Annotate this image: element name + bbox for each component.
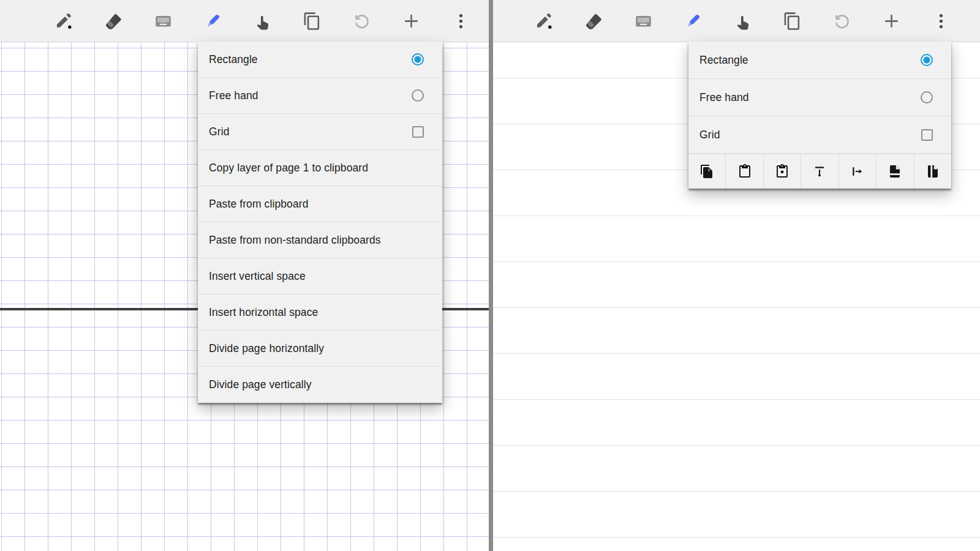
divide-page-vertically-icon[interactable]	[914, 154, 951, 189]
menu-item-label: Free hand	[699, 91, 921, 104]
menu-item-insert-horizontal-space[interactable]: Insert horizontal space	[198, 294, 442, 331]
checkbox-grid[interactable]	[921, 129, 933, 141]
pen-tool-icon[interactable]	[53, 10, 75, 32]
menu-item-free-hand[interactable]: Free hand	[198, 78, 442, 114]
insert-horizontal-space-icon[interactable]	[839, 154, 876, 189]
add-page-icon[interactable]	[881, 10, 903, 32]
menu-item-label: Rectangle	[209, 53, 412, 66]
pen-options-menu: Rectangle Free hand Grid Copy layer of p…	[198, 42, 442, 403]
menu-icon-action-row	[688, 154, 951, 189]
divide-page-horizontally-icon[interactable]	[876, 154, 913, 189]
menu-item-insert-vertical-space[interactable]: Insert vertical space	[198, 258, 442, 294]
hand-tool-icon[interactable]	[732, 10, 754, 32]
menu-item-label: Paste from clipboard	[209, 198, 431, 211]
screenshot-divider	[489, 0, 493, 551]
menu-item-rectangle[interactable]: Rectangle	[688, 42, 951, 79]
keyboard-tool-icon[interactable]	[152, 10, 174, 32]
toolbar	[493, 0, 980, 42]
insert-vertical-space-icon[interactable]	[801, 154, 838, 189]
menu-item-label: Paste from non-standard clipboards	[209, 234, 431, 247]
left-screenshot-pane: Rectangle Free hand Grid Copy layer of p…	[0, 0, 489, 551]
menu-item-label: Grid	[209, 126, 412, 138]
menu-item-label: Grid	[699, 129, 921, 141]
pages-tool-icon[interactable]	[301, 10, 323, 32]
pen-options-menu-compact: Rectangle Free hand Grid	[688, 42, 951, 189]
menu-item-label: Rectangle	[699, 54, 921, 67]
app-comparison-screenshot: Rectangle Free hand Grid Copy layer of p…	[0, 0, 980, 551]
undo-icon[interactable]	[831, 10, 853, 32]
checkbox-grid[interactable]	[412, 126, 424, 138]
eraser-tool-icon[interactable]	[102, 10, 124, 32]
menu-item-label: Insert vertical space	[209, 270, 431, 283]
marker-tool-icon[interactable]	[682, 10, 704, 32]
radio-free-hand[interactable]	[921, 91, 933, 103]
menu-item-paste[interactable]: Paste from clipboard	[198, 186, 442, 222]
menu-item-label: Divide page horizontally	[209, 342, 431, 355]
radio-rectangle[interactable]	[412, 53, 424, 66]
paste-icon[interactable]	[725, 154, 763, 189]
keyboard-tool-icon[interactable]	[633, 10, 655, 32]
radio-rectangle[interactable]	[921, 54, 933, 66]
radio-free-hand[interactable]	[412, 89, 424, 102]
menu-item-label: Divide page vertically	[209, 378, 431, 391]
menu-item-label: Insert horizontal space	[209, 306, 431, 319]
menu-item-paste-non-standard[interactable]: Paste from non-standard clipboards	[198, 222, 442, 258]
pen-tool-icon[interactable]	[533, 10, 556, 32]
menu-item-label: Free hand	[209, 89, 412, 102]
toolbar	[0, 0, 489, 42]
menu-item-grid[interactable]: Grid	[688, 116, 951, 154]
undo-icon[interactable]	[350, 10, 372, 32]
right-screenshot-pane: Rectangle Free hand Grid	[493, 0, 980, 551]
menu-item-copy-layer[interactable]: Copy layer of page 1 to clipboard	[198, 150, 442, 186]
overflow-menu-icon[interactable]	[930, 10, 952, 32]
paste-special-icon[interactable]	[763, 154, 801, 189]
menu-item-divide-vertically[interactable]: Divide page vertically	[198, 367, 442, 403]
marker-tool-icon[interactable]	[202, 10, 224, 32]
menu-item-rectangle[interactable]: Rectangle	[198, 42, 442, 78]
hand-tool-icon[interactable]	[251, 10, 273, 32]
menu-item-grid[interactable]: Grid	[198, 114, 442, 150]
eraser-tool-icon[interactable]	[583, 10, 605, 32]
menu-item-divide-horizontally[interactable]: Divide page horizontally	[198, 331, 442, 367]
menu-item-free-hand[interactable]: Free hand	[688, 79, 951, 116]
overflow-menu-icon[interactable]	[450, 10, 472, 32]
menu-item-label: Copy layer of page 1 to clipboard	[209, 162, 431, 174]
pages-tool-icon[interactable]	[782, 10, 804, 32]
copy-layer-icon[interactable]	[688, 154, 725, 189]
add-page-icon[interactable]	[400, 10, 422, 32]
